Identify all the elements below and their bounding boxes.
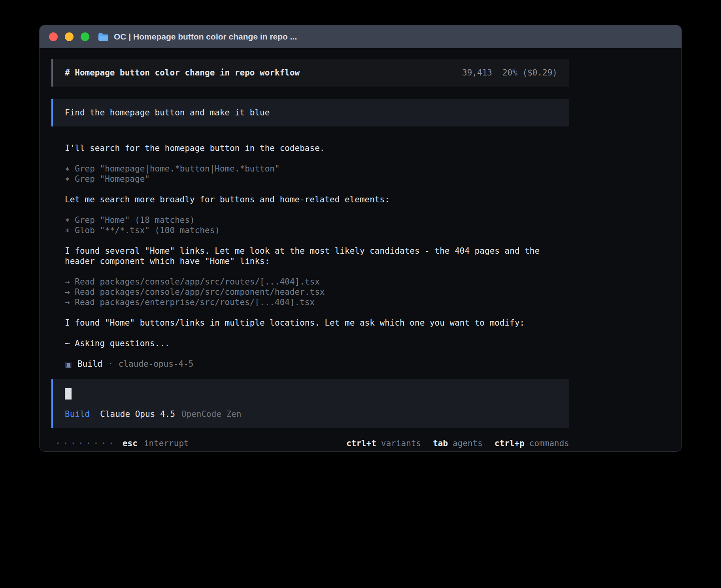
shortcut-label-interrupt: interrupt (144, 438, 189, 449)
traffic-lights (49, 32, 89, 41)
user-message-text: Find the homepage button and make it blu… (65, 108, 270, 117)
tool-call-group: ∗ Grep "homepage|home.*button|Home.*butt… (65, 164, 556, 184)
session-title: # Homepage button color change in repo w… (65, 68, 300, 78)
shortcut-label-commands: commands (529, 438, 569, 449)
progress-dots: ········ (55, 438, 116, 449)
tool-call-group: ∗ Grep "Home" (18 matches) ∗ Glob "**/*.… (65, 215, 556, 236)
tool-call-read: → Read packages/console/app/src/routes/[… (65, 277, 556, 287)
window-title-group: OC | Homepage button color change in rep… (98, 32, 297, 41)
window-title: OC | Homepage button color change in rep… (114, 32, 297, 41)
tool-call-grep: ∗ Grep "Homepage" (65, 174, 556, 184)
status-bar: ········ esc interrupt ctrl+t variants t… (51, 438, 569, 449)
assistant-text: I found "Home" buttons/links in multiple… (65, 318, 556, 328)
agent-mode-label[interactable]: Build (65, 409, 90, 419)
agent-icon: ▣ (65, 359, 72, 369)
shortcut-key-variants: ctrl+t (346, 438, 376, 449)
shortcut-key-esc: esc (123, 438, 138, 449)
agent-separator: · (108, 359, 113, 369)
session-header: # Homepage button color change in repo w… (51, 59, 569, 87)
assistant-paragraph: Let me search more broadly for buttons a… (65, 194, 556, 205)
session-stats: 39,413 20% ($0.29) (462, 68, 557, 78)
tool-call-read: → Read packages/console/app/src/componen… (65, 287, 556, 297)
model-label[interactable]: Claude Opus 4.5 (100, 409, 175, 419)
status-right: ctrl+t variants tab agents ctrl+p comman… (346, 438, 569, 449)
provider-label: OpenCode Zen (181, 409, 242, 419)
context-usage: 20% ($0.29) (502, 68, 557, 78)
user-message: Find the homepage button and make it blu… (51, 99, 569, 126)
agent-name: Build (77, 359, 102, 369)
text-cursor (65, 388, 72, 400)
assistant-paragraph: I'll search for the homepage button in t… (65, 143, 556, 153)
assistant-status: ~ Asking questions... (65, 338, 556, 349)
folder-icon (98, 33, 109, 41)
input-meta: Build Claude Opus 4.5 OpenCode Zen (65, 409, 557, 419)
status-left: ········ esc interrupt (55, 438, 189, 449)
asking-questions-status: ~ Asking questions... (65, 338, 556, 349)
tool-call-glob: ∗ Glob "**/*.tsx" (100 matches) (65, 225, 556, 236)
assistant-text: I'll search for the homepage button in t… (65, 143, 556, 153)
assistant-paragraph: I found "Home" buttons/links in multiple… (65, 318, 556, 328)
close-button[interactable] (49, 32, 58, 41)
tool-call-group: → Read packages/console/app/src/routes/[… (65, 277, 556, 307)
shortcut-group: tab agents (433, 438, 483, 449)
minimize-button[interactable] (65, 32, 74, 41)
shortcut-key-agents: tab (433, 438, 448, 449)
shortcut-label-variants: variants (381, 438, 421, 449)
token-count: 39,413 (462, 68, 492, 78)
tool-call-read: → Read packages/enterprise/src/routes/[.… (65, 297, 556, 307)
titlebar[interactable]: OC | Homepage button color change in rep… (40, 25, 681, 48)
zoom-button[interactable] (81, 32, 89, 41)
shortcut-label-agents: agents (453, 438, 483, 449)
assistant-response: I'll search for the homepage button in t… (51, 143, 569, 369)
assistant-text: Let me search more broadly for buttons a… (65, 194, 556, 205)
shortcut-group: ctrl+p commands (495, 438, 569, 449)
tool-call-grep: ∗ Grep "homepage|home.*button|Home.*butt… (65, 164, 556, 174)
assistant-paragraph: I found several "Home" links. Let me loo… (65, 246, 556, 266)
terminal-content: # Homepage button color change in repo w… (40, 48, 681, 449)
agent-status-line: ▣ Build · claude-opus-4-5 (65, 359, 556, 369)
tool-call-grep: ∗ Grep "Home" (18 matches) (65, 215, 556, 225)
assistant-text: I found several "Home" links. Let me loo… (65, 246, 556, 266)
agent-model: claude-opus-4-5 (119, 359, 194, 369)
terminal-window: OC | Homepage button color change in rep… (40, 25, 681, 451)
prompt-input[interactable]: Build Claude Opus 4.5 OpenCode Zen (51, 379, 569, 428)
shortcut-key-commands: ctrl+p (495, 438, 525, 449)
